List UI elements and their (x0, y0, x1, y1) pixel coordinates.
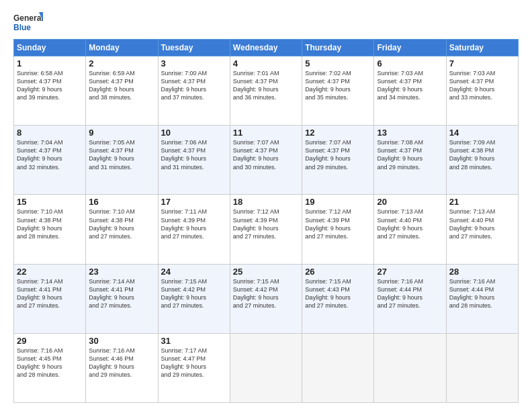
calendar-cell: 29Sunrise: 7:16 AMSunset: 4:45 PMDayligh… (14, 333, 86, 402)
calendar-cell (302, 333, 374, 402)
cell-text: Sunrise: 7:16 AMSunset: 4:44 PMDaylight:… (377, 277, 443, 310)
day-number: 30 (89, 336, 154, 346)
day-number: 1 (17, 58, 83, 68)
calendar-cell: 6Sunrise: 7:03 AMSunset: 4:37 PMDaylight… (374, 56, 446, 126)
cell-text: Sunrise: 7:08 AMSunset: 4:37 PMDaylight:… (377, 138, 443, 171)
day-number: 6 (377, 58, 443, 68)
day-number: 13 (377, 128, 443, 138)
calendar-cell: 26Sunrise: 7:15 AMSunset: 4:43 PMDayligh… (302, 264, 374, 333)
calendar-cell: 1Sunrise: 6:58 AMSunset: 4:37 PMDaylight… (14, 56, 86, 126)
day-number: 2 (89, 58, 154, 68)
day-number: 4 (233, 58, 299, 68)
day-number: 26 (305, 267, 371, 277)
calendar-cell: 30Sunrise: 7:16 AMSunset: 4:46 PMDayligh… (86, 333, 158, 402)
calendar-table: SundayMondayTuesdayWednesdayThursdayFrid… (13, 39, 519, 403)
cell-text: Sunrise: 7:03 AMSunset: 4:37 PMDaylight:… (449, 69, 515, 102)
calendar-cell: 16Sunrise: 7:10 AMSunset: 4:38 PMDayligh… (86, 195, 158, 264)
cell-text: Sunrise: 7:13 AMSunset: 4:40 PMDaylight:… (449, 208, 515, 240)
day-number: 9 (89, 128, 154, 138)
calendar-cell: 12Sunrise: 7:07 AMSunset: 4:37 PMDayligh… (302, 126, 374, 195)
logo-svg: General Blue (13, 12, 43, 32)
calendar-cell (374, 333, 446, 402)
day-number: 15 (17, 197, 83, 207)
day-number: 31 (161, 336, 227, 346)
logo: General Blue (13, 12, 43, 35)
day-number: 22 (17, 267, 83, 277)
cell-text: Sunrise: 7:15 AMSunset: 4:42 PMDaylight:… (233, 277, 299, 310)
calendar-cell: 14Sunrise: 7:09 AMSunset: 4:38 PMDayligh… (446, 126, 518, 195)
calendar-cell: 18Sunrise: 7:12 AMSunset: 4:39 PMDayligh… (230, 195, 302, 264)
calendar-cell (230, 333, 302, 402)
calendar-header-saturday: Saturday (446, 40, 518, 56)
cell-text: Sunrise: 7:16 AMSunset: 4:46 PMDaylight:… (89, 347, 154, 379)
day-number: 27 (377, 267, 443, 277)
cell-text: Sunrise: 7:16 AMSunset: 4:45 PMDaylight:… (17, 347, 83, 379)
calendar-cell: 8Sunrise: 7:04 AMSunset: 4:37 PMDaylight… (14, 126, 86, 195)
day-number: 14 (449, 128, 515, 138)
cell-text: Sunrise: 7:07 AMSunset: 4:37 PMDaylight:… (305, 138, 371, 171)
calendar-cell: 2Sunrise: 6:59 AMSunset: 4:37 PMDaylight… (86, 56, 158, 126)
calendar-cell: 22Sunrise: 7:14 AMSunset: 4:41 PMDayligh… (14, 264, 86, 333)
calendar-cell: 7Sunrise: 7:03 AMSunset: 4:37 PMDaylight… (446, 56, 518, 126)
day-number: 8 (17, 128, 83, 138)
calendar-cell: 28Sunrise: 7:16 AMSunset: 4:44 PMDayligh… (446, 264, 518, 333)
cell-text: Sunrise: 7:03 AMSunset: 4:37 PMDaylight:… (377, 69, 443, 102)
day-number: 20 (377, 197, 443, 207)
calendar-header-row: SundayMondayTuesdayWednesdayThursdayFrid… (14, 40, 519, 56)
cell-text: Sunrise: 7:14 AMSunset: 4:41 PMDaylight:… (89, 277, 154, 310)
calendar-cell: 9Sunrise: 7:05 AMSunset: 4:37 PMDaylight… (86, 126, 158, 195)
calendar-cell (446, 333, 518, 402)
day-number: 17 (161, 197, 227, 207)
calendar-cell: 17Sunrise: 7:11 AMSunset: 4:39 PMDayligh… (158, 195, 230, 264)
day-number: 3 (161, 58, 227, 68)
calendar-cell: 23Sunrise: 7:14 AMSunset: 4:41 PMDayligh… (86, 264, 158, 333)
calendar-week-5: 29Sunrise: 7:16 AMSunset: 4:45 PMDayligh… (14, 333, 519, 402)
calendar-header-thursday: Thursday (302, 40, 374, 56)
cell-text: Sunrise: 7:14 AMSunset: 4:41 PMDaylight:… (17, 277, 83, 310)
calendar-cell: 11Sunrise: 7:07 AMSunset: 4:37 PMDayligh… (230, 126, 302, 195)
cell-text: Sunrise: 7:07 AMSunset: 4:37 PMDaylight:… (233, 138, 299, 171)
cell-text: Sunrise: 7:00 AMSunset: 4:37 PMDaylight:… (161, 69, 227, 102)
svg-text:General: General (13, 13, 43, 23)
calendar-cell: 10Sunrise: 7:06 AMSunset: 4:37 PMDayligh… (158, 126, 230, 195)
svg-text:Blue: Blue (13, 23, 31, 32)
calendar-cell: 15Sunrise: 7:10 AMSunset: 4:38 PMDayligh… (14, 195, 86, 264)
calendar-week-4: 22Sunrise: 7:14 AMSunset: 4:41 PMDayligh… (14, 264, 519, 333)
day-number: 25 (233, 267, 299, 277)
cell-text: Sunrise: 7:10 AMSunset: 4:38 PMDaylight:… (89, 208, 154, 240)
calendar-header-monday: Monday (86, 40, 158, 56)
page: General Blue SundayMondayTuesdayWednesda… (0, 0, 532, 411)
cell-text: Sunrise: 7:02 AMSunset: 4:37 PMDaylight:… (305, 69, 371, 102)
cell-text: Sunrise: 7:01 AMSunset: 4:37 PMDaylight:… (233, 69, 299, 102)
day-number: 12 (305, 128, 371, 138)
cell-text: Sunrise: 6:58 AMSunset: 4:37 PMDaylight:… (17, 69, 83, 102)
day-number: 24 (161, 267, 227, 277)
calendar-cell: 19Sunrise: 7:12 AMSunset: 4:39 PMDayligh… (302, 195, 374, 264)
day-number: 19 (305, 197, 371, 207)
day-number: 28 (449, 267, 515, 277)
day-number: 10 (161, 128, 227, 138)
cell-text: Sunrise: 7:17 AMSunset: 4:47 PMDaylight:… (161, 347, 227, 379)
day-number: 16 (89, 197, 154, 207)
cell-text: Sunrise: 7:13 AMSunset: 4:40 PMDaylight:… (377, 208, 443, 240)
calendar-header-sunday: Sunday (14, 40, 86, 56)
cell-text: Sunrise: 6:59 AMSunset: 4:37 PMDaylight:… (89, 69, 154, 102)
cell-text: Sunrise: 7:09 AMSunset: 4:38 PMDaylight:… (449, 138, 515, 171)
day-number: 5 (305, 58, 371, 68)
cell-text: Sunrise: 7:15 AMSunset: 4:43 PMDaylight:… (305, 277, 371, 310)
day-number: 29 (17, 336, 83, 346)
calendar-header-wednesday: Wednesday (230, 40, 302, 56)
day-number: 11 (233, 128, 299, 138)
calendar-cell: 21Sunrise: 7:13 AMSunset: 4:40 PMDayligh… (446, 195, 518, 264)
cell-text: Sunrise: 7:15 AMSunset: 4:42 PMDaylight:… (161, 277, 227, 310)
calendar-cell: 20Sunrise: 7:13 AMSunset: 4:40 PMDayligh… (374, 195, 446, 264)
cell-text: Sunrise: 7:05 AMSunset: 4:37 PMDaylight:… (89, 138, 154, 171)
calendar-header-friday: Friday (374, 40, 446, 56)
calendar-cell: 5Sunrise: 7:02 AMSunset: 4:37 PMDaylight… (302, 56, 374, 126)
calendar-cell: 27Sunrise: 7:16 AMSunset: 4:44 PMDayligh… (374, 264, 446, 333)
calendar-week-3: 15Sunrise: 7:10 AMSunset: 4:38 PMDayligh… (14, 195, 519, 264)
cell-text: Sunrise: 7:12 AMSunset: 4:39 PMDaylight:… (305, 208, 371, 240)
cell-text: Sunrise: 7:12 AMSunset: 4:39 PMDaylight:… (233, 208, 299, 240)
calendar-header-tuesday: Tuesday (158, 40, 230, 56)
day-number: 21 (449, 197, 515, 207)
